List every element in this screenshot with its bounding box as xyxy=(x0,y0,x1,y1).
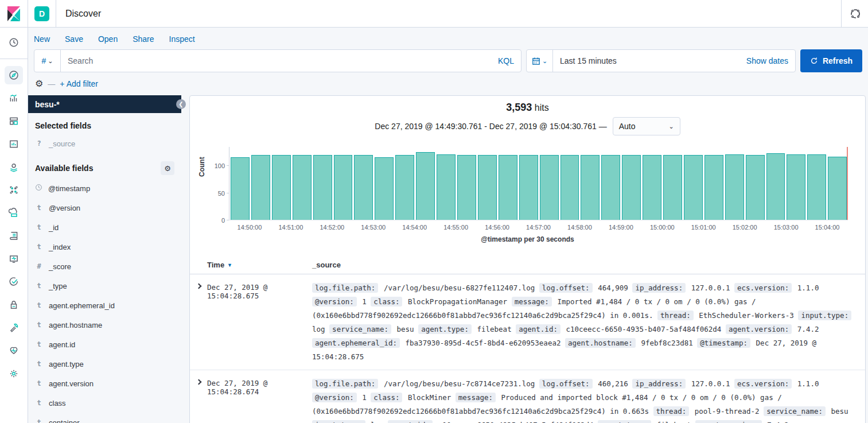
histogram-bar[interactable] xyxy=(684,155,703,220)
field-item-agenttype[interactable]: tagent.type xyxy=(28,354,181,374)
field-name-badge[interactable]: ecs.version: xyxy=(734,283,792,293)
menu-share[interactable]: Share xyxy=(133,34,154,44)
index-pattern-selector[interactable]: besu-* xyxy=(28,95,181,113)
histogram-bar[interactable] xyxy=(519,155,538,220)
search-input[interactable] xyxy=(68,56,498,65)
histogram-bar[interactable] xyxy=(766,153,785,220)
field-item-agentid[interactable]: tagent.id xyxy=(28,335,181,354)
field-settings-gear-icon[interactable]: ⚙ xyxy=(161,161,174,175)
nav-uptime[interactable] xyxy=(5,273,23,291)
field-name-badge[interactable]: agent.id: xyxy=(516,324,560,334)
field-item-timestamp[interactable]: @timestamp xyxy=(28,178,181,198)
field-name-badge[interactable]: class: xyxy=(371,297,402,306)
collapse-sidebar-button[interactable]: ❮ xyxy=(176,99,186,109)
histogram-bar[interactable] xyxy=(375,157,394,220)
field-item-container[interactable]: tcontainer xyxy=(28,413,181,423)
field-name-badge[interactable]: message: xyxy=(456,393,496,402)
field-item-index[interactable]: t_index xyxy=(28,237,181,257)
nav-dev-tools[interactable] xyxy=(5,319,23,337)
field-name-badge[interactable]: @timestamp: xyxy=(697,338,750,348)
histogram-bar[interactable] xyxy=(499,155,517,220)
nav-machine-learning[interactable] xyxy=(5,181,23,199)
filter-settings-gear-icon[interactable]: ⚙ xyxy=(35,79,43,88)
field-name-badge[interactable]: ip_address: xyxy=(632,283,686,293)
status-circle-icon[interactable] xyxy=(850,8,861,20)
histogram-bar[interactable] xyxy=(601,155,620,220)
nav-dashboard[interactable] xyxy=(5,112,23,130)
histogram-bar[interactable] xyxy=(313,155,332,220)
nav-canvas[interactable] xyxy=(5,135,23,153)
field-item-class[interactable]: tclass xyxy=(28,393,181,413)
nav-apm[interactable] xyxy=(5,250,23,268)
nav-monitoring[interactable] xyxy=(5,341,23,360)
plot-area[interactable]: 050100 xyxy=(229,147,848,220)
refresh-button[interactable]: Refresh xyxy=(800,49,862,72)
histogram-bar[interactable] xyxy=(560,155,579,220)
menu-save[interactable]: Save xyxy=(65,34,83,44)
nav-management[interactable] xyxy=(5,364,23,383)
nav-discover[interactable] xyxy=(5,66,23,84)
field-name-badge[interactable]: agent.type: xyxy=(418,324,472,334)
field-name-badge[interactable]: agent.version: xyxy=(695,420,761,423)
expand-row-icon[interactable] xyxy=(196,284,201,289)
histogram-bar[interactable] xyxy=(272,155,291,220)
field-name-badge[interactable]: @version: xyxy=(312,393,357,402)
show-dates-button[interactable]: Show dates xyxy=(739,50,795,72)
time-range-value[interactable]: Last 15 minutes xyxy=(553,50,739,72)
histogram-bar[interactable] xyxy=(787,154,805,220)
histogram-bar[interactable] xyxy=(540,155,559,220)
histogram-bar[interactable] xyxy=(251,155,270,220)
field-name-badge[interactable]: service_name: xyxy=(329,324,391,334)
histogram-bar[interactable] xyxy=(334,155,353,220)
nav-visualize[interactable] xyxy=(5,89,23,107)
menu-new[interactable]: New xyxy=(34,34,50,44)
histogram-bar[interactable] xyxy=(807,154,826,220)
histogram-bar[interactable] xyxy=(437,154,456,220)
discover-app-badge[interactable]: D xyxy=(34,6,49,21)
field-name-badge[interactable]: thread: xyxy=(657,311,694,320)
calendar-dropdown-button[interactable]: ⌄ xyxy=(527,50,553,72)
kibana-logo[interactable] xyxy=(0,0,28,27)
field-name-badge[interactable]: input.type: xyxy=(798,311,851,320)
histogram-bar[interactable] xyxy=(663,155,682,220)
field-name-badge[interactable]: @version: xyxy=(312,297,357,306)
field-name-badge[interactable]: ip_address: xyxy=(632,379,686,389)
histogram-bar[interactable] xyxy=(725,154,744,220)
histogram-bar[interactable] xyxy=(395,155,414,220)
field-name-badge[interactable]: message: xyxy=(512,297,552,306)
field-name-badge[interactable]: agent.id: xyxy=(388,420,433,423)
field-name-badge[interactable]: thread: xyxy=(653,406,690,416)
histogram-bar[interactable] xyxy=(457,155,476,220)
histogram-bar[interactable] xyxy=(704,155,723,220)
field-item-version[interactable]: t@version xyxy=(28,198,181,218)
histogram-bar[interactable] xyxy=(293,155,312,220)
field-name-badge[interactable]: ecs.version: xyxy=(734,379,792,389)
histogram-bar[interactable] xyxy=(643,155,661,220)
interval-select[interactable]: Auto ⌄ xyxy=(613,117,680,135)
kql-button[interactable]: KQL xyxy=(498,56,514,65)
field-name-badge[interactable]: agent.ephemeral_id: xyxy=(312,338,400,348)
histogram-bar[interactable] xyxy=(622,155,641,220)
field-name-badge[interactable]: log.offset: xyxy=(539,379,593,389)
nav-logs[interactable] xyxy=(5,227,23,245)
field-item-agenthostname[interactable]: tagent.hostname xyxy=(28,315,181,335)
field-item-agentversion[interactable]: tagent.version xyxy=(28,374,181,393)
nav-metrics[interactable] xyxy=(5,204,23,222)
histogram-bar[interactable] xyxy=(416,152,435,220)
field-name-badge[interactable]: input.type: xyxy=(312,420,365,423)
field-name-badge[interactable]: log.file.path: xyxy=(312,379,378,389)
field-item-id[interactable]: t_id xyxy=(28,218,181,237)
menu-inspect[interactable]: Inspect xyxy=(169,34,195,44)
field-item-type[interactable]: t_type xyxy=(28,276,181,296)
histogram-bar[interactable] xyxy=(354,155,373,220)
add-filter-button[interactable]: + Add filter xyxy=(60,79,98,88)
field-item-source[interactable]: ?_source xyxy=(28,134,181,153)
recently-viewed-icon[interactable] xyxy=(5,33,23,52)
time-column-header[interactable]: Time ▼ xyxy=(190,261,312,269)
expand-row-icon[interactable] xyxy=(196,379,201,385)
histogram-bar[interactable] xyxy=(581,155,600,220)
nav-siem[interactable] xyxy=(5,296,23,314)
field-name-badge[interactable]: agent.version: xyxy=(726,324,792,334)
menu-open[interactable]: Open xyxy=(98,34,118,44)
app-badge-container[interactable]: D xyxy=(28,0,56,27)
